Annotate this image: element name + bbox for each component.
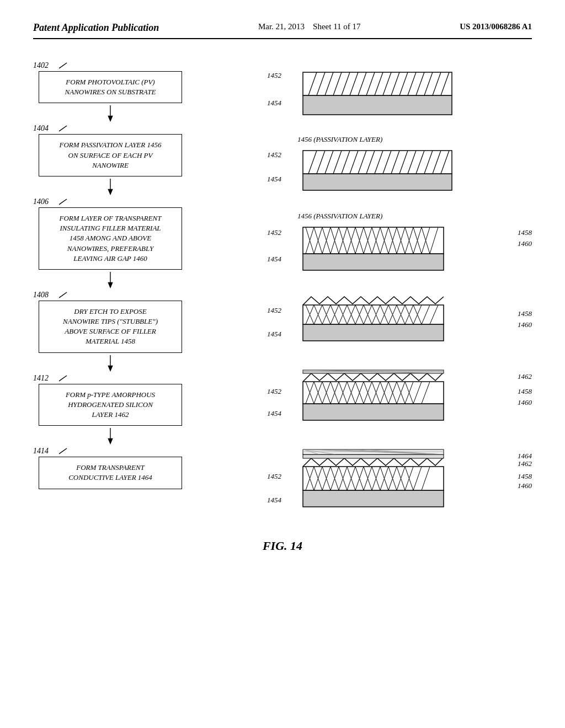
diagram-6: 1452 xyxy=(267,447,532,519)
step-box-1402: FORM PHOTOVOLTAIC (PV)NANOWIRES ON SUBST… xyxy=(39,71,182,103)
figure-label: FIG. 14 xyxy=(33,539,532,553)
header-sheet: Sheet 11 of 17 xyxy=(313,22,361,31)
main-content: 1402 FORM PHOTOVOLTAIC (PV)NANOWIRES ON … xyxy=(33,61,532,522)
step-1404: 1404 FORM PASSIVATION LAYER 1456ON SURFA… xyxy=(33,124,210,176)
diagram-svg-1 xyxy=(297,67,463,119)
label-1458-d3: 1458 xyxy=(518,228,532,237)
diagram-svg-2 xyxy=(297,145,463,195)
diagram-svg-3 xyxy=(297,222,457,277)
header-publication: Patent Application Publication xyxy=(33,22,159,34)
svg-rect-17 xyxy=(303,72,452,95)
label-1462-d6: 1462 xyxy=(518,459,532,468)
step-label-1414: 1414 xyxy=(33,447,58,456)
svg-line-6 xyxy=(59,199,67,205)
label-1452-d6: 1452 xyxy=(267,472,281,481)
diagram-2: 1456 (PASSIVATION LAYER) 1452 xyxy=(267,135,532,199)
svg-rect-16 xyxy=(303,95,452,115)
step-label-1406: 1406 xyxy=(33,197,58,206)
step-1412: 1412 FORM p-TYPE AMORPHOUSHYDROGENATED S… xyxy=(33,374,210,426)
svg-line-12 xyxy=(59,376,67,381)
svg-marker-8 xyxy=(108,282,113,288)
label-1452-d5: 1452 xyxy=(267,387,281,396)
header: Patent Application Publication Mar. 21, … xyxy=(33,22,532,39)
diagrams-column: 1452 xyxy=(267,61,532,522)
svg-rect-158 xyxy=(303,490,444,507)
arrow-1402-1404 xyxy=(39,105,182,122)
label-1452-d3: 1452 xyxy=(267,228,281,237)
label-1454-d1: 1454 xyxy=(267,99,281,108)
label-1454-d6: 1454 xyxy=(267,496,281,505)
label-1460-d6: 1460 xyxy=(518,481,532,490)
diagram-svg-4 xyxy=(297,294,457,349)
svg-rect-189 xyxy=(303,454,444,458)
label-1462-d5: 1462 xyxy=(518,372,532,381)
label-1452-d1: 1452 xyxy=(267,71,281,80)
svg-line-9 xyxy=(59,292,67,298)
step-1414: 1414 FORM TRANSPARENTCONDUCTIVE LAYER 14… xyxy=(33,447,210,489)
label-1454-d4: 1454 xyxy=(267,330,281,339)
label-1454-d5: 1454 xyxy=(267,409,281,418)
label-1452-d2: 1452 xyxy=(267,151,281,159)
svg-rect-123 xyxy=(303,404,444,420)
label-1454-d2: 1454 xyxy=(267,175,281,184)
step-1402: 1402 FORM PHOTOVOLTAIC (PV)NANOWIRES ON … xyxy=(33,61,210,103)
svg-line-0 xyxy=(59,63,67,68)
flowchart: 1402 FORM PHOTOVOLTAIC (PV)NANOWIRES ON … xyxy=(33,61,210,522)
label-1458-d4: 1458 xyxy=(518,309,532,318)
label-1460-d3: 1460 xyxy=(518,239,532,248)
header-date-sheet: Mar. 21, 2013 Sheet 11 of 17 xyxy=(258,22,361,31)
label-1458-d6: 1458 xyxy=(518,472,532,481)
step-1406: 1406 FORM LAYER OF TRANSPARENTINSULATING… xyxy=(33,197,210,270)
arrow-1404-1406 xyxy=(39,179,182,195)
header-patent-num: US 2013/0068286 A1 xyxy=(460,22,532,31)
svg-line-3 xyxy=(59,126,67,131)
step-label-1402: 1402 xyxy=(33,61,58,70)
step-box-1408: DRY ETCH TO EXPOSENANOWIRE TIPS ("STUBBL… xyxy=(39,301,182,353)
label-1460-d5: 1460 xyxy=(518,398,532,407)
svg-rect-56 xyxy=(303,254,444,270)
arrow-1406-1408 xyxy=(39,272,182,288)
pass-label-d3: 1456 (PASSIVATION LAYER) xyxy=(297,212,382,221)
label-1454-d3: 1454 xyxy=(267,255,281,264)
step-label-1408: 1408 xyxy=(33,291,58,299)
diagram-svg-5 xyxy=(297,368,457,429)
step-box-1414: FORM TRANSPARENTCONDUCTIVE LAYER 1464 xyxy=(39,457,182,489)
svg-line-15 xyxy=(59,448,67,454)
label-1458-d5: 1458 xyxy=(518,387,532,396)
svg-marker-5 xyxy=(108,189,113,195)
svg-marker-2 xyxy=(108,116,113,122)
svg-rect-37 xyxy=(303,151,452,174)
label-1460-d4: 1460 xyxy=(518,320,532,329)
step-1408: 1408 DRY ETCH TO EXPOSENANOWIRE TIPS ("S… xyxy=(33,291,210,353)
arrow-1408-1412 xyxy=(39,355,182,372)
diagram-svg-6 xyxy=(297,447,457,513)
diagram-4: 1452 xyxy=(267,294,532,355)
step-label-1404: 1404 xyxy=(33,124,58,133)
header-date: Mar. 21, 2013 xyxy=(258,22,305,31)
arrow-1412-1414 xyxy=(39,428,182,445)
svg-rect-36 xyxy=(303,174,452,190)
pass-label-d2: 1456 (PASSIVATION LAYER) xyxy=(297,135,382,144)
svg-marker-14 xyxy=(108,438,113,445)
step-label-1412: 1412 xyxy=(33,374,58,383)
page: Patent Application Publication Mar. 21, … xyxy=(0,0,565,728)
diagram-3: 1456 (PASSIVATION LAYER) 1452 xyxy=(267,212,532,281)
svg-rect-90 xyxy=(303,324,444,341)
step-box-1412: FORM p-TYPE AMORPHOUSHYDROGENATED SILICO… xyxy=(39,384,182,426)
svg-marker-11 xyxy=(108,365,113,371)
label-1452-d4: 1452 xyxy=(267,306,281,315)
step-box-1404: FORM PASSIVATION LAYER 1456ON SURFACE OF… xyxy=(39,134,182,176)
step-box-1406: FORM LAYER OF TRANSPARENTINSULATING FILL… xyxy=(39,207,182,270)
diagram-1: 1452 xyxy=(267,67,532,122)
diagram-5: 1452 xyxy=(267,368,532,434)
